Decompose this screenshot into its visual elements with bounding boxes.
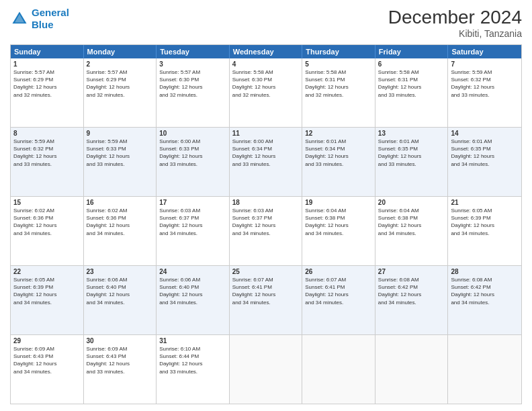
day-number: 7	[451, 60, 519, 68]
calendar-day-header: Thursday	[302, 45, 375, 58]
page-title: December 2024	[388, 7, 522, 28]
cell-info: Sunrise: 5:58 AM Sunset: 6:31 PM Dayligh…	[378, 68, 445, 99]
day-number: 11	[232, 130, 300, 137]
calendar-cell: 15Sunrise: 6:02 AM Sunset: 6:36 PM Dayli…	[11, 197, 84, 265]
cell-info: Sunrise: 6:01 AM Sunset: 6:35 PM Dayligh…	[451, 138, 519, 168]
day-number: 17	[159, 199, 226, 206]
calendar-cell: 20Sunrise: 6:04 AM Sunset: 6:38 PM Dayli…	[375, 197, 449, 265]
day-number: 21	[451, 199, 519, 206]
cell-info: Sunrise: 5:58 AM Sunset: 6:31 PM Dayligh…	[305, 68, 372, 99]
cell-info: Sunrise: 6:02 AM Sunset: 6:36 PM Dayligh…	[87, 207, 154, 237]
page: General Blue December 2024 Kibiti, Tanza…	[0, 0, 532, 411]
cell-info: Sunrise: 6:02 AM Sunset: 6:36 PM Dayligh…	[13, 207, 81, 237]
calendar-cell: 30Sunrise: 6:09 AM Sunset: 6:43 PM Dayli…	[84, 335, 157, 404]
day-number: 6	[378, 60, 445, 68]
cell-info: Sunrise: 5:59 AM Sunset: 6:32 PM Dayligh…	[13, 138, 81, 168]
calendar-cell: 18Sunrise: 6:03 AM Sunset: 6:37 PM Dayli…	[230, 197, 303, 265]
cell-info: Sunrise: 6:07 AM Sunset: 6:41 PM Dayligh…	[232, 276, 300, 306]
day-number: 20	[378, 199, 445, 206]
day-number: 26	[305, 268, 372, 275]
day-number: 19	[305, 199, 372, 206]
day-number: 13	[378, 130, 445, 137]
day-number: 3	[159, 60, 226, 68]
cell-info: Sunrise: 6:09 AM Sunset: 6:43 PM Dayligh…	[13, 345, 81, 375]
header: General Blue December 2024 Kibiti, Tanza…	[10, 7, 522, 39]
cell-info: Sunrise: 5:59 AM Sunset: 6:32 PM Dayligh…	[451, 68, 519, 99]
cell-info: Sunrise: 5:58 AM Sunset: 6:30 PM Dayligh…	[232, 68, 300, 99]
day-number: 14	[451, 130, 519, 137]
day-number: 29	[13, 337, 81, 345]
logo-icon	[10, 9, 29, 28]
calendar-cell: 9Sunrise: 5:59 AM Sunset: 6:33 PM Daylig…	[84, 128, 157, 196]
day-number: 24	[159, 268, 226, 275]
calendar-cell: 4Sunrise: 5:58 AM Sunset: 6:30 PM Daylig…	[230, 58, 303, 127]
calendar-day-header: Wednesday	[230, 45, 303, 58]
cell-info: Sunrise: 6:05 AM Sunset: 6:39 PM Dayligh…	[13, 276, 81, 306]
calendar: SundayMondayTuesdayWednesdayThursdayFrid…	[10, 44, 522, 404]
calendar-cell: 21Sunrise: 6:05 AM Sunset: 6:39 PM Dayli…	[448, 197, 521, 265]
calendar-cell: 29Sunrise: 6:09 AM Sunset: 6:43 PM Dayli…	[11, 335, 84, 404]
calendar-cell: 17Sunrise: 6:03 AM Sunset: 6:37 PM Dayli…	[157, 197, 230, 265]
cell-info: Sunrise: 5:57 AM Sunset: 6:29 PM Dayligh…	[13, 68, 81, 99]
day-number: 23	[87, 268, 154, 275]
calendar-cell: 16Sunrise: 6:02 AM Sunset: 6:36 PM Dayli…	[84, 197, 157, 265]
calendar-row: 29Sunrise: 6:09 AM Sunset: 6:43 PM Dayli…	[11, 335, 521, 404]
day-number: 4	[232, 60, 300, 68]
cell-info: Sunrise: 6:04 AM Sunset: 6:38 PM Dayligh…	[305, 207, 372, 237]
calendar-cell: 31Sunrise: 6:10 AM Sunset: 6:44 PM Dayli…	[157, 335, 230, 404]
day-number: 28	[451, 268, 519, 275]
calendar-cell: 5Sunrise: 5:58 AM Sunset: 6:31 PM Daylig…	[302, 58, 375, 127]
day-number: 15	[13, 199, 81, 206]
cell-info: Sunrise: 6:04 AM Sunset: 6:38 PM Dayligh…	[378, 207, 445, 237]
cell-info: Sunrise: 6:08 AM Sunset: 6:42 PM Dayligh…	[378, 276, 445, 306]
calendar-cell: 14Sunrise: 6:01 AM Sunset: 6:35 PM Dayli…	[448, 128, 521, 196]
day-number: 8	[13, 130, 81, 137]
calendar-cell: 28Sunrise: 6:08 AM Sunset: 6:42 PM Dayli…	[448, 266, 521, 334]
day-number: 2	[87, 60, 154, 68]
calendar-header: SundayMondayTuesdayWednesdayThursdayFrid…	[11, 45, 521, 58]
calendar-day-header: Monday	[84, 45, 157, 58]
cell-info: Sunrise: 6:03 AM Sunset: 6:37 PM Dayligh…	[159, 207, 226, 237]
calendar-body: 1Sunrise: 5:57 AM Sunset: 6:29 PM Daylig…	[11, 58, 521, 404]
day-number: 9	[87, 130, 154, 137]
day-number: 27	[378, 268, 445, 275]
day-number: 31	[159, 337, 226, 345]
cell-info: Sunrise: 6:07 AM Sunset: 6:41 PM Dayligh…	[305, 276, 372, 306]
page-subtitle: Kibiti, Tanzania	[388, 28, 522, 39]
calendar-cell: 23Sunrise: 6:06 AM Sunset: 6:40 PM Dayli…	[84, 266, 157, 334]
day-number: 18	[232, 199, 300, 206]
day-number: 10	[159, 130, 226, 137]
day-number: 5	[305, 60, 372, 68]
calendar-cell: 12Sunrise: 6:01 AM Sunset: 6:34 PM Dayli…	[302, 128, 375, 196]
logo-line2: Blue	[32, 19, 69, 31]
calendar-cell: 1Sunrise: 5:57 AM Sunset: 6:29 PM Daylig…	[11, 58, 84, 127]
day-number: 25	[232, 268, 300, 275]
calendar-day-header: Saturday	[448, 45, 521, 58]
cell-info: Sunrise: 6:03 AM Sunset: 6:37 PM Dayligh…	[232, 207, 300, 237]
calendar-cell	[448, 335, 521, 404]
calendar-cell: 19Sunrise: 6:04 AM Sunset: 6:38 PM Dayli…	[302, 197, 375, 265]
calendar-row: 1Sunrise: 5:57 AM Sunset: 6:29 PM Daylig…	[11, 58, 521, 128]
cell-info: Sunrise: 6:00 AM Sunset: 6:34 PM Dayligh…	[232, 138, 300, 168]
calendar-cell: 24Sunrise: 6:06 AM Sunset: 6:40 PM Dayli…	[157, 266, 230, 334]
calendar-cell: 7Sunrise: 5:59 AM Sunset: 6:32 PM Daylig…	[448, 58, 521, 127]
calendar-cell: 2Sunrise: 5:57 AM Sunset: 6:29 PM Daylig…	[84, 58, 157, 127]
calendar-day-header: Friday	[375, 45, 449, 58]
cell-info: Sunrise: 5:59 AM Sunset: 6:33 PM Dayligh…	[87, 138, 154, 168]
calendar-cell: 26Sunrise: 6:07 AM Sunset: 6:41 PM Dayli…	[302, 266, 375, 334]
cell-info: Sunrise: 6:09 AM Sunset: 6:43 PM Dayligh…	[87, 345, 154, 375]
cell-info: Sunrise: 5:57 AM Sunset: 6:29 PM Dayligh…	[87, 68, 154, 99]
cell-info: Sunrise: 6:01 AM Sunset: 6:34 PM Dayligh…	[305, 138, 372, 168]
calendar-cell: 10Sunrise: 6:00 AM Sunset: 6:33 PM Dayli…	[157, 128, 230, 196]
calendar-cell: 27Sunrise: 6:08 AM Sunset: 6:42 PM Dayli…	[375, 266, 449, 334]
logo: General Blue	[10, 7, 69, 31]
calendar-row: 15Sunrise: 6:02 AM Sunset: 6:36 PM Dayli…	[11, 197, 521, 266]
calendar-cell: 22Sunrise: 6:05 AM Sunset: 6:39 PM Dayli…	[11, 266, 84, 334]
cell-info: Sunrise: 6:08 AM Sunset: 6:42 PM Dayligh…	[451, 276, 519, 306]
cell-info: Sunrise: 6:05 AM Sunset: 6:39 PM Dayligh…	[451, 207, 519, 237]
calendar-cell: 13Sunrise: 6:01 AM Sunset: 6:35 PM Dayli…	[375, 128, 449, 196]
calendar-day-header: Tuesday	[157, 45, 230, 58]
cell-info: Sunrise: 6:06 AM Sunset: 6:40 PM Dayligh…	[87, 276, 154, 306]
cell-info: Sunrise: 6:10 AM Sunset: 6:44 PM Dayligh…	[159, 345, 226, 375]
cell-info: Sunrise: 6:01 AM Sunset: 6:35 PM Dayligh…	[378, 138, 445, 168]
